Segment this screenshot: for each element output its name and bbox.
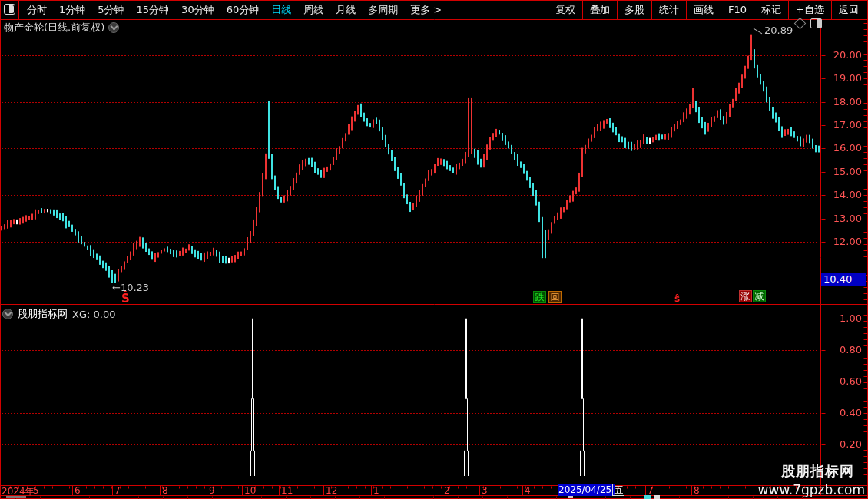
- price-axis-label-20.00: 20.00: [825, 49, 862, 61]
- toolbar-button-5[interactable]: 画线: [686, 0, 721, 19]
- time-axis-month-6: 6: [75, 485, 81, 496]
- watermark-url: www.7gpzb.com: [758, 482, 865, 497]
- time-axis-month-7: 7: [648, 485, 654, 496]
- marker-box-orange-3: 回: [548, 291, 562, 303]
- toolbar-tab-4[interactable]: 15分钟: [131, 3, 176, 17]
- toolbar-tab-6[interactable]: 60分钟: [220, 3, 266, 17]
- selected-date-badge: 2025/04/25五: [558, 484, 615, 496]
- toolbar-button-6[interactable]: F10: [721, 0, 754, 19]
- toolbar-tab-5[interactable]: 30分钟: [175, 3, 220, 17]
- indicator-axis-label-0.40: 0.40: [825, 407, 862, 418]
- chevron-down-icon: [110, 23, 118, 31]
- chevron-down-circle-icon[interactable]: [2, 309, 13, 319]
- price-axis-label-13.00: 13.00: [825, 213, 862, 224]
- toolbar-divider: [18, 0, 19, 19]
- toolbar-button-8[interactable]: +自选: [788, 0, 831, 19]
- watermark-name: 股朋指标网: [758, 462, 865, 481]
- kline-chart-canvas: [0, 0, 868, 499]
- toolbar-tab-3[interactable]: 5分钟: [91, 3, 130, 17]
- marker-box-green2-6: 减: [753, 290, 766, 302]
- toolbar-tab-2[interactable]: 1分钟: [53, 3, 91, 17]
- toolbar-tab-10[interactable]: 多周期: [362, 3, 404, 17]
- price-axis-label-12.00: 12.00: [825, 236, 862, 247]
- top-toolbar: 分时1分钟5分钟15分钟30分钟60分钟日线周线月线多周期更多 > 复权叠加多股…: [0, 0, 868, 19]
- price-axis-label-18.00: 18.00: [825, 96, 862, 107]
- diamond-icon[interactable]: [794, 18, 807, 30]
- annotation-pointer-line: [754, 28, 763, 35]
- pane-corner-icons: [796, 18, 822, 28]
- toolbar-tab-7[interactable]: 日线: [265, 3, 297, 17]
- split-pane-icon-fill: [9, 5, 14, 13]
- time-axis-month-11: 11: [281, 485, 293, 496]
- indicator-axis-label-1.00: 1.00: [825, 312, 862, 324]
- time-axis-month-4: 4: [525, 485, 531, 496]
- price-axis-label-17.00: 17.00: [825, 119, 862, 131]
- selected-date-text: 2025/04/25: [558, 484, 611, 495]
- price-axis-label-14.00: 14.00: [825, 189, 862, 200]
- toolbar-button-4[interactable]: 统计: [651, 0, 686, 19]
- toolbar-button-9[interactable]: 返回: [831, 0, 866, 19]
- price-axis-label-19.00: 19.00: [825, 72, 862, 84]
- period-tabs: 分时1分钟5分钟15分钟30分钟60分钟日线周线月线多周期更多 >: [21, 0, 448, 19]
- site-watermark: 股朋指标网 www.7gpzb.com: [758, 462, 865, 497]
- last-price-badge: 10.40: [821, 273, 866, 286]
- time-axis-month-3: 3: [482, 485, 488, 496]
- high-price-annotation: 20.89: [753, 25, 793, 36]
- toolbar-tab-1[interactable]: 分时: [21, 3, 53, 17]
- toolbar-tab-8[interactable]: 周线: [297, 3, 330, 17]
- marker-signal-s-small-4: ŝ: [674, 293, 680, 304]
- high-price-text: 20.89: [764, 25, 793, 36]
- price-axis-label-15.00: 15.00: [825, 166, 862, 177]
- marker-box-green-2: 跌: [533, 291, 546, 303]
- time-axis-month-10: 10: [244, 485, 256, 496]
- time-axis-month-2: 2: [444, 485, 450, 496]
- time-axis-month-7: 7: [114, 485, 121, 496]
- split-pane-icon[interactable]: [810, 18, 822, 28]
- time-axis-month-5: 5: [33, 485, 39, 496]
- low-price-annotation: ←10.23: [112, 282, 149, 293]
- price-axis-label-16.00: 16.00: [825, 142, 862, 154]
- toolbar-button-7[interactable]: 标记: [754, 0, 788, 19]
- toolbar-button-1[interactable]: 复权: [548, 0, 582, 19]
- indicator-axis-label-0.60: 0.60: [825, 375, 862, 387]
- indicator-axis-label-0.20: 0.20: [825, 438, 862, 450]
- marker-signal-s-1: Ŝ: [121, 293, 130, 304]
- time-axis-month-8: 8: [694, 485, 700, 496]
- time-axis-month-9: 9: [209, 485, 215, 496]
- indicator-axis-label-0.80: 0.80: [825, 344, 862, 355]
- chart-title: 物产金轮(日线.前复权): [4, 21, 119, 35]
- time-axis-month-1: 1: [373, 485, 379, 496]
- toolbar-button-2[interactable]: 叠加: [582, 0, 617, 19]
- indicator-value: XG: 0.00: [72, 309, 115, 320]
- split-pane-icon[interactable]: [4, 4, 15, 15]
- marker-box-red-5: 涨: [739, 290, 752, 302]
- toolbar-tab-9[interactable]: 月线: [330, 3, 362, 17]
- stock-title-label: 物产金轮(日线.前复权): [4, 21, 104, 35]
- toolbar-tab-11[interactable]: 更多 >: [404, 3, 448, 17]
- selected-weekday-text: 五: [612, 484, 624, 496]
- chevron-down-circle-icon[interactable]: [108, 22, 119, 33]
- indicator-name: 股朋指标网: [18, 307, 68, 321]
- time-axis-year: 2024年: [2, 485, 35, 498]
- time-axis-month-8: 8: [162, 485, 168, 496]
- action-buttons: 复权叠加多股统计画线F10标记+自选返回: [548, 0, 866, 19]
- time-axis-month-12: 12: [326, 485, 337, 496]
- split-pane-icon-fill: [817, 19, 821, 28]
- indicator-header: 股朋指标网 XG: 0.00: [2, 307, 115, 321]
- toolbar-button-3[interactable]: 多股: [617, 0, 651, 19]
- chevron-down-icon: [4, 309, 12, 317]
